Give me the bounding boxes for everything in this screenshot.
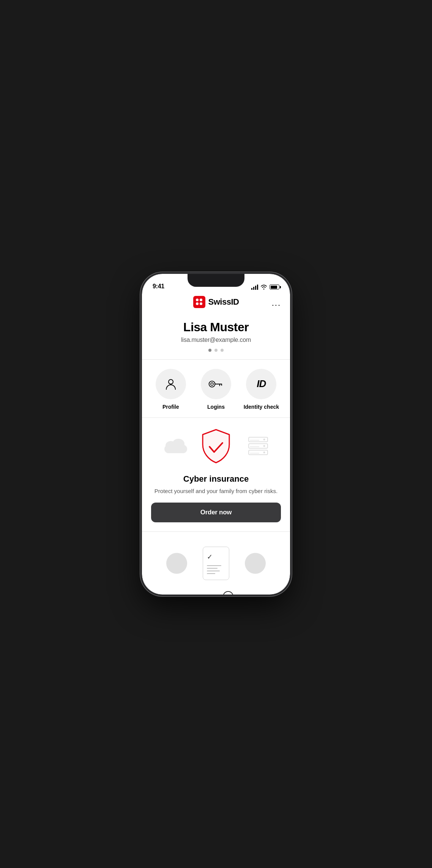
check-icon: ✓	[207, 553, 213, 561]
more-options-button[interactable]: ···	[272, 300, 281, 310]
cloud-icon	[162, 437, 189, 458]
profile-label: Profile	[162, 404, 179, 410]
document-illustration: ✓	[151, 542, 281, 584]
key-icon	[208, 379, 224, 389]
identity-circle: ID	[246, 369, 276, 399]
phone-frame: 9:41	[142, 274, 290, 594]
logins-label: Logins	[207, 404, 225, 410]
action-identity-check[interactable]: ID Identity check	[239, 369, 284, 410]
status-time: 9:41	[153, 283, 164, 290]
page-dots	[151, 349, 281, 352]
bottom-progress	[151, 584, 281, 594]
quick-actions: Profile Logins ID Ide	[142, 360, 290, 418]
notch	[188, 274, 244, 287]
profile-email: lisa.muster@example.com	[151, 337, 281, 343]
promo-subtitle: Protect yourself and your family from cy…	[151, 487, 281, 495]
svg-point-0	[169, 379, 173, 384]
profile-section: Lisa Muster lisa.muster@example.com	[142, 314, 290, 360]
svg-rect-14	[250, 453, 259, 454]
profile-name: Lisa Muster	[151, 320, 281, 334]
signal-icon	[251, 285, 258, 290]
profile-circle	[156, 369, 186, 399]
svg-point-5	[172, 439, 184, 449]
order-now-button[interactable]: Order now	[151, 503, 281, 522]
battery-icon	[270, 285, 279, 289]
promo-title: Cyber insurance	[151, 474, 281, 484]
logo-text: SwissID	[208, 297, 239, 307]
page-dot-3[interactable]	[221, 349, 224, 352]
status-icons	[251, 285, 279, 290]
svg-point-13	[263, 451, 265, 453]
person-icon	[164, 377, 178, 391]
phone-screen: 9:41	[142, 274, 290, 594]
shield-icon	[199, 428, 233, 466]
promo-illustration	[151, 428, 281, 466]
shield-container	[199, 428, 233, 467]
blob-right	[245, 553, 266, 574]
logins-circle	[201, 369, 231, 399]
svg-point-1	[209, 381, 215, 387]
svg-point-15	[223, 591, 233, 594]
id-icon: ID	[257, 378, 266, 390]
page-dot-1[interactable]	[208, 349, 211, 352]
server-icon	[247, 435, 270, 460]
logo-container: SwissID	[193, 296, 239, 308]
page-dot-2[interactable]	[214, 349, 218, 352]
app-header: SwissID ···	[142, 293, 290, 314]
svg-rect-8	[250, 440, 259, 441]
cyber-insurance-promo: Cyber insurance Protect yourself and you…	[142, 418, 290, 532]
second-promo-section: ✓	[142, 532, 290, 594]
svg-rect-11	[250, 446, 259, 447]
blob-left	[166, 553, 187, 574]
svg-point-10	[263, 445, 265, 447]
action-profile[interactable]: Profile	[148, 369, 193, 410]
swissid-logo-icon	[193, 296, 205, 308]
wifi-icon	[260, 285, 267, 290]
svg-point-7	[263, 438, 265, 440]
identity-check-label: Identity check	[244, 404, 279, 410]
document-card: ✓	[203, 547, 229, 580]
action-logins[interactable]: Logins	[193, 369, 238, 410]
svg-point-2	[211, 383, 213, 385]
completion-check-icon	[222, 590, 234, 594]
